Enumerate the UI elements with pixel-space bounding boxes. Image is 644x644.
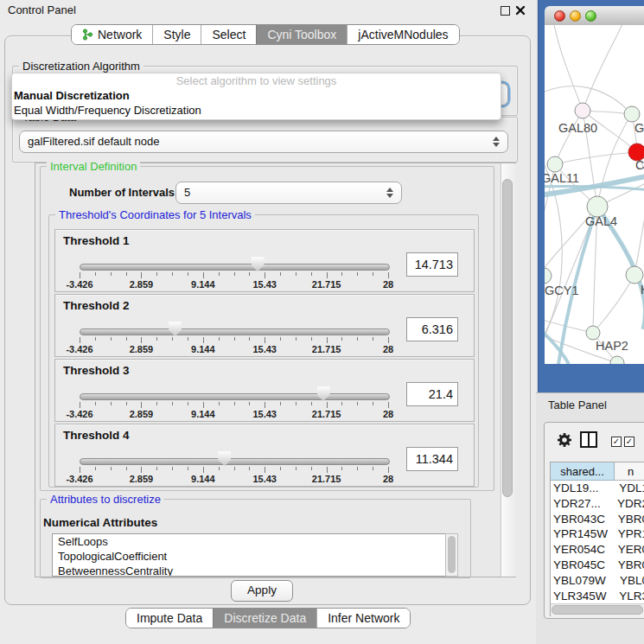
table-row[interactable]: YER054CYER0 <box>551 542 644 558</box>
tab-select[interactable]: Select <box>201 25 256 44</box>
threshold-slider-track[interactable] <box>80 393 390 400</box>
threshold-value-field[interactable]: 6.316 <box>406 317 458 341</box>
network-edge[interactable] <box>583 25 624 111</box>
threshold-label: Threshold 2 <box>63 299 130 312</box>
table-cell-shared-name[interactable]: YPR145W <box>551 526 612 542</box>
network-node-gal80[interactable] <box>575 103 590 118</box>
tab-network[interactable]: Network <box>72 25 152 44</box>
network-icon <box>82 29 93 41</box>
slider-tick-label: 2.859 <box>130 474 154 484</box>
zoom-traffic-light[interactable] <box>585 10 596 22</box>
table-data-combobox[interactable]: galFiltered.sif default node <box>19 131 508 153</box>
checkbox-icon[interactable]: ✓ <box>611 437 622 447</box>
table-row[interactable]: YBR043CYBR0 <box>551 512 644 527</box>
table-row[interactable]: YPR145WYPR1 <box>551 526 644 542</box>
slider-tick <box>234 402 235 405</box>
network-node-hap2[interactable] <box>586 326 600 340</box>
table-row[interactable]: YBL079WYBL0 <box>551 573 644 589</box>
threshold-slider-track[interactable] <box>80 458 390 465</box>
table-row[interactable]: YBR045CYBR0 <box>551 558 644 573</box>
table-cell-name[interactable]: YBL0 <box>614 573 644 589</box>
network-node-label: C <box>635 158 644 172</box>
list-scrollbar-thumb[interactable] <box>448 536 456 573</box>
threshold-value-field[interactable]: 11.344 <box>406 447 458 471</box>
network-edge[interactable] <box>553 25 583 111</box>
bottom-tab-bar: Impute DataDiscretize DataInfer Network <box>125 608 411 628</box>
slider-tick <box>296 402 296 405</box>
column-header-shared-name[interactable]: shared... <box>551 462 615 481</box>
algorithm-placeholder-item[interactable]: Select algorithm to view settings <box>12 73 501 88</box>
attribute-list-item[interactable]: TopologicalCoefficient <box>53 550 445 564</box>
horizontal-scrollbar-thumb[interactable] <box>552 605 643 615</box>
slider-tick <box>172 337 173 341</box>
tab-cyni-toolbox[interactable]: Cyni Toolbox <box>256 25 347 44</box>
slider-tick <box>341 467 342 470</box>
table-row[interactable]: YLR345WYLR3 <box>551 589 644 604</box>
network-edge[interactable] <box>593 275 634 333</box>
network-edge[interactable] <box>555 111 583 164</box>
checkbox-icon[interactable]: ✓ <box>624 437 634 447</box>
threshold-value-field[interactable]: 21.4 <box>406 382 458 406</box>
algorithm-option[interactable]: Manual Discretization <box>12 88 501 103</box>
table-cell-shared-name[interactable]: YDR27... <box>551 496 611 512</box>
slider-tick <box>80 272 80 278</box>
table-cell-name[interactable]: YDR2 <box>611 496 644 512</box>
table-cell-shared-name[interactable]: YBR045C <box>551 558 612 573</box>
combo-stepper[interactable] <box>493 137 500 147</box>
float-window-icon[interactable] <box>501 6 510 16</box>
algorithm-option[interactable]: Equal Width/Frequency Discretization <box>12 103 501 118</box>
network-node-gal11[interactable] <box>547 156 563 172</box>
network-view-canvas[interactable]: GAL80GACGAL11GAL4GCY1HHAP2 <box>545 25 644 364</box>
numerical-attributes-list[interactable]: SelfLoopsTopologicalCoefficientBetweenne… <box>52 533 446 577</box>
table-cell-name[interactable]: YBR0 <box>612 512 644 527</box>
table-cell-shared-name[interactable]: YBR043C <box>551 512 612 527</box>
slider-tick <box>296 272 296 276</box>
split-panel-icon[interactable] <box>580 431 597 448</box>
table-cell-shared-name[interactable]: YER054C <box>551 542 612 558</box>
attributes-group-title: Attributes to discretize <box>47 493 164 506</box>
bottom-tab-discretize-data[interactable]: Discretize Data <box>213 609 316 628</box>
attribute-list-item[interactable]: BetweennessCentrality <box>53 564 445 577</box>
table-cell-shared-name[interactable]: YBL079W <box>551 573 614 589</box>
table-cell-shared-name[interactable]: YDL19... <box>551 481 613 496</box>
close-icon[interactable] <box>515 5 526 16</box>
tab-jactivemnodules[interactable]: jActiveMNodules <box>347 25 458 44</box>
apply-button[interactable]: Apply <box>231 580 293 602</box>
slider-tick-label: 15.43 <box>252 344 277 354</box>
minimize-traffic-light[interactable] <box>570 10 581 22</box>
threshold-slider-track[interactable] <box>80 264 390 271</box>
table-cell-name[interactable]: YDL1 <box>613 481 644 496</box>
slider-tick <box>341 272 342 276</box>
slider-tick-label: 9.144 <box>191 409 215 419</box>
network-window-titlebar[interactable] <box>545 6 644 26</box>
number-of-intervals-combobox[interactable]: 5 <box>175 182 402 204</box>
network-edge[interactable] <box>545 319 593 333</box>
attribute-list-item[interactable]: SelfLoops <box>53 535 445 549</box>
slider-tick <box>95 272 96 276</box>
table-row[interactable]: YDR27...YDR2 <box>551 496 644 512</box>
table-cell-name[interactable]: YER0 <box>612 542 644 558</box>
table-cell-name[interactable]: YLR3 <box>613 589 644 604</box>
combo-stepper[interactable] <box>386 188 393 198</box>
table-cell-name[interactable]: YBR0 <box>612 558 644 573</box>
tab-label: Discretize Data <box>224 611 306 625</box>
bottom-tab-impute-data[interactable]: Impute Data <box>126 609 213 628</box>
table-row[interactable]: YDL19...YDL1 <box>551 481 644 496</box>
network-node-ga[interactable] <box>624 106 640 122</box>
close-traffic-light[interactable] <box>554 10 565 22</box>
network-node-gcy1[interactable] <box>545 268 552 284</box>
bottom-tab-infer-network[interactable]: Infer Network <box>316 609 410 628</box>
tab-style[interactable]: Style <box>152 25 201 44</box>
network-edge[interactable] <box>634 194 644 275</box>
table-cell-shared-name[interactable]: YLR345W <box>551 589 613 604</box>
gear-icon[interactable] <box>557 432 572 448</box>
list-scrollbar-track[interactable] <box>445 533 458 577</box>
table-cell-name[interactable]: YPR1 <box>612 526 644 542</box>
network-node-h[interactable] <box>626 266 643 284</box>
vertical-scrollbar-thumb[interactable] <box>502 179 513 497</box>
threshold-value-field[interactable]: 14.713 <box>406 252 458 277</box>
network-edge[interactable] <box>555 152 637 164</box>
column-header-name[interactable]: n <box>615 462 644 481</box>
slider-tick <box>280 337 281 341</box>
threshold-slider-track[interactable] <box>80 328 390 335</box>
